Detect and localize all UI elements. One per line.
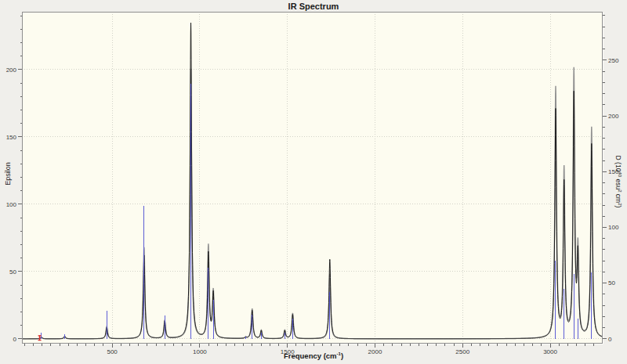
ir-spectrum-window: IR Spectrum 5001000150020002500300005010… bbox=[0, 0, 627, 364]
axis-label-text: D (10 bbox=[614, 156, 622, 172]
x-axis-label: Frequency (cm-1) bbox=[0, 351, 627, 360]
y-left-tick-label: 100 bbox=[6, 201, 17, 208]
y-right-tick-label: 250 bbox=[608, 57, 619, 64]
axis-label-text: ) bbox=[341, 351, 343, 360]
y-right-tick-label: 50 bbox=[608, 279, 615, 287]
axis-label-text: Epsilon bbox=[4, 162, 12, 186]
y-right-tick-label: 0 bbox=[608, 336, 612, 343]
plot-area[interactable] bbox=[22, 12, 602, 343]
y-right-tick-label: 200 bbox=[608, 113, 619, 120]
y-left-tick-label: 200 bbox=[6, 67, 17, 74]
y-right-tick-label: 100 bbox=[608, 224, 619, 231]
y-axis-label-left: Epsilon bbox=[4, 162, 12, 186]
y-left-tick-label: 0 bbox=[13, 336, 17, 343]
axis-label-text: esu bbox=[614, 177, 622, 189]
spectrum-plot[interactable]: 5001000150020002500300005010015020005010… bbox=[0, 0, 627, 364]
y-left-tick-label: 50 bbox=[9, 268, 16, 276]
axis-label-text: Frequency (cm bbox=[284, 351, 337, 360]
y-left-tick-label: 150 bbox=[6, 134, 17, 141]
axis-label-text: ) bbox=[614, 206, 622, 208]
axis-label-text: cm bbox=[614, 193, 622, 204]
y-axis-label-right: D (1040 esu2 cm2) bbox=[614, 156, 623, 208]
